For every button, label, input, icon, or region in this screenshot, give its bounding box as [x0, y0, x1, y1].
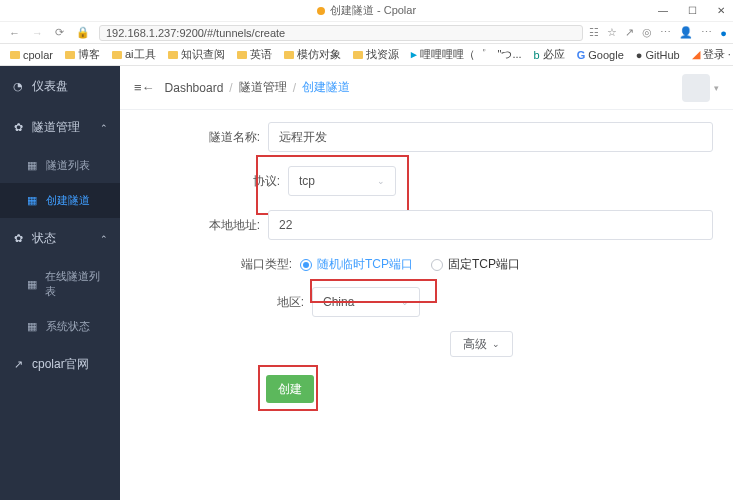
bookmark-item[interactable]: ai工具	[108, 46, 160, 63]
bing-icon: b	[534, 49, 540, 61]
bookmark-item[interactable]: 知识查阅	[164, 46, 229, 63]
forward-button[interactable]: →	[29, 27, 46, 39]
sidebar-item-tunnel-mgmt[interactable]: ✿隧道管理⌃	[0, 107, 120, 148]
page-header: ≡← Dashboard / 隧道管理 / 创建隧道 ▾	[120, 66, 733, 110]
bilibili-icon: ▸	[411, 48, 417, 61]
share-icon[interactable]: ↗	[625, 26, 634, 39]
gitlab-icon: ◢	[692, 48, 700, 61]
bookmark-item[interactable]: 找资源	[349, 46, 403, 63]
sidebar-item-dashboard[interactable]: ◔仪表盘	[0, 66, 120, 107]
folder-icon	[284, 51, 294, 59]
chevron-up-icon: ⌃	[100, 123, 108, 133]
local-addr-input[interactable]	[268, 210, 713, 240]
radio-icon	[431, 259, 443, 271]
window-titlebar: 创建隧道 - Cpolar — ☐ ✕	[0, 0, 733, 22]
label-tunnel-name: 隧道名称:	[194, 129, 268, 146]
radio-random-port[interactable]: 随机临时TCP端口	[300, 256, 413, 273]
bookmark-item[interactable]: 模仿对象	[280, 46, 345, 63]
tunnel-form: 隧道名称: 协议: tcp⌄ 本地地址: 端口类型: 随机临时TCP端口 固定T…	[120, 110, 733, 429]
tunnel-name-input[interactable]	[268, 122, 713, 152]
close-button[interactable]: ✕	[713, 3, 729, 18]
bookmark-item[interactable]: cpolar	[6, 48, 57, 62]
sidebar-item-tunnel-list[interactable]: ▦隧道列表	[0, 148, 120, 183]
folder-icon	[112, 51, 122, 59]
back-button[interactable]: ←	[6, 27, 23, 39]
google-icon: G	[577, 49, 586, 61]
chevron-up-icon: ⌃	[100, 234, 108, 244]
breadcrumb: Dashboard / 隧道管理 / 创建隧道	[165, 79, 350, 96]
plus-icon: ▦	[26, 194, 38, 207]
shield-icon[interactable]: ●	[720, 27, 727, 39]
copy-icon[interactable]: ☷	[589, 26, 599, 39]
sidebar-item-create-tunnel[interactable]: ▦创建隧道	[0, 183, 120, 218]
window-controls: — ☐ ✕	[654, 3, 729, 18]
folder-icon	[237, 51, 247, 59]
gauge-icon: ◔	[12, 80, 24, 93]
folder-icon	[353, 51, 363, 59]
bookmark-item[interactable]: "つ...	[494, 46, 526, 63]
maximize-button[interactable]: ☐	[684, 3, 701, 18]
advanced-button[interactable]: 高级⌄	[450, 331, 513, 357]
radio-fixed-port[interactable]: 固定TCP端口	[431, 256, 520, 273]
chevron-down-icon: ⌄	[377, 176, 385, 186]
bookmark-item[interactable]: b必应	[530, 46, 569, 63]
radio-icon	[300, 259, 312, 271]
bookmark-item[interactable]: ▸哩哩哩哩（゜	[407, 46, 490, 63]
chevron-down-icon: ▾	[714, 83, 719, 93]
status-icon: ✿	[12, 232, 24, 245]
gear-icon: ✿	[12, 121, 24, 134]
external-link-icon: ↗	[12, 358, 24, 371]
app-icon	[317, 7, 325, 15]
create-button[interactable]: 创建	[266, 375, 314, 403]
protocol-select[interactable]: tcp⌄	[288, 166, 396, 196]
label-region: 地区:	[238, 294, 312, 311]
breadcrumb-dashboard[interactable]: Dashboard	[165, 81, 224, 95]
sidebar-item-system-status[interactable]: ▦系统状态	[0, 309, 120, 344]
star-icon[interactable]: ☆	[607, 26, 617, 39]
github-icon: ●	[636, 49, 643, 61]
label-local-addr: 本地地址:	[194, 217, 268, 234]
sidebar-item-status[interactable]: ✿状态⌃	[0, 218, 120, 259]
chevron-down-icon: ⌄	[492, 339, 500, 349]
list-icon: ▦	[26, 159, 38, 172]
lock-icon: 🔒	[73, 26, 93, 39]
breadcrumb-current: 创建隧道	[302, 79, 350, 96]
window-title: 创建隧道 - Cpolar	[330, 3, 416, 18]
reload-button[interactable]: ⟳	[52, 26, 67, 39]
list-icon: ▦	[26, 278, 37, 291]
sidebar-item-online-list[interactable]: ▦在线隧道列表	[0, 259, 120, 309]
more-dots-icon[interactable]: ⋯	[660, 26, 671, 39]
bookmark-item[interactable]: ◢登录 · GitLab	[688, 46, 733, 63]
chevron-down-icon: ⌄	[401, 297, 409, 307]
url-input[interactable]	[99, 25, 583, 41]
folder-icon	[168, 51, 178, 59]
sidebar-item-official[interactable]: ↗cpolar官网	[0, 344, 120, 385]
avatar	[682, 74, 710, 102]
bookmark-item[interactable]: 博客	[61, 46, 104, 63]
pin-icon[interactable]: ◎	[642, 26, 652, 39]
bookmark-item[interactable]: ●GitHub	[632, 48, 684, 62]
sidebar: ◔仪表盘 ✿隧道管理⌃ ▦隧道列表 ▦创建隧道 ✿状态⌃ ▦在线隧道列表 ▦系统…	[0, 66, 120, 500]
menu-icon[interactable]: ⋯	[701, 26, 712, 39]
bookmarks-bar: cpolar 博客 ai工具 知识查阅 英语 模仿对象 找资源 ▸哩哩哩哩（゜ …	[0, 44, 733, 66]
bookmark-item[interactable]: GGoogle	[573, 48, 628, 62]
label-protocol: 协议:	[214, 173, 288, 190]
breadcrumb-tunnel-mgmt[interactable]: 隧道管理	[239, 79, 287, 96]
grid-icon: ▦	[26, 320, 38, 333]
menu-toggle-icon[interactable]: ≡←	[134, 80, 155, 95]
region-select[interactable]: China⌄	[312, 287, 420, 317]
folder-icon	[10, 51, 20, 59]
main-content: ≡← Dashboard / 隧道管理 / 创建隧道 ▾ 隧道名称: 协议:	[120, 66, 733, 500]
browser-address-bar: ← → ⟳ 🔒 ☷ ☆ ↗ ◎ ⋯ 👤 ⋯ ●	[0, 22, 733, 44]
ext-icon[interactable]: 👤	[679, 26, 693, 39]
minimize-button[interactable]: —	[654, 3, 672, 18]
bookmark-item[interactable]: 英语	[233, 46, 276, 63]
label-port-type: 端口类型:	[226, 256, 300, 273]
folder-icon	[65, 51, 75, 59]
user-menu[interactable]: ▾	[682, 74, 719, 102]
